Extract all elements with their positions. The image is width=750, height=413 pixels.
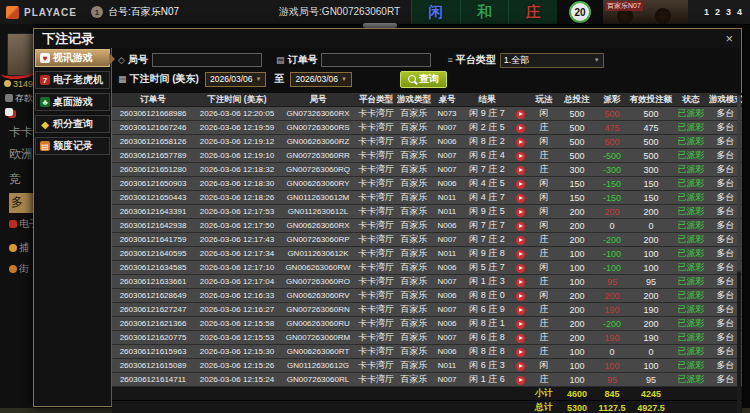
replay-cell: [512, 177, 529, 191]
result-cell: 闲 9 庄 5: [462, 205, 512, 219]
replay-button[interactable]: [516, 334, 525, 343]
lobby-nav-item[interactable]: 欧洲: [9, 146, 33, 163]
header-time: 下注时间 (美东): [194, 93, 280, 107]
valid-bet-cell: 0: [629, 219, 673, 233]
play-icon: [519, 322, 523, 326]
bet-time-cell: 2026-03-06 12:19:59: [194, 121, 280, 135]
video-table-label: 百家乐N07: [605, 1, 643, 11]
total-label: 总计: [529, 401, 559, 413]
total-bet-cell: 200: [559, 233, 595, 247]
lobby-nav-item[interactable]: 竞: [9, 171, 21, 188]
round-id-cell: GN006263060RV: [280, 289, 356, 303]
round-id-cell: GN007263060RO: [280, 275, 356, 289]
seat-selector: 1 2 3 4: [688, 0, 750, 24]
bet-zone-tie[interactable]: 和: [460, 0, 509, 24]
sidebar-item-quota-records[interactable]: ▤ 额度记录: [35, 137, 110, 155]
bet-zone-banker[interactable]: 庄: [508, 0, 557, 24]
sidebar-item-table-games[interactable]: ♣ 桌面游戏: [35, 93, 110, 111]
replay-button[interactable]: [516, 208, 525, 217]
header-platform: 平台类型: [356, 93, 396, 107]
seat-4[interactable]: 4: [737, 7, 742, 17]
replay-button[interactable]: [516, 348, 525, 357]
replay-button[interactable]: [516, 236, 525, 245]
seat-1[interactable]: 1: [704, 7, 709, 17]
replay-button[interactable]: [516, 250, 525, 259]
search-button[interactable]: 查询: [400, 71, 447, 88]
play-icon: [519, 238, 523, 242]
result-cell: 闲 1 庄 3: [462, 275, 512, 289]
sidebar-item-points[interactable]: ◆ 积分查询: [35, 115, 110, 133]
replay-button[interactable]: [516, 194, 525, 203]
order-number-cell: 260306121615089: [112, 359, 194, 373]
replay-button[interactable]: [516, 306, 525, 315]
order-number-cell: 260306121651280: [112, 163, 194, 177]
deposit-button[interactable]: 存款: [5, 92, 33, 105]
platform-cell: 卡卡湾厅: [356, 275, 396, 289]
header-game-type: 游戏类型: [396, 93, 432, 107]
sidebar-item-slots[interactable]: 7 电子老虎机: [35, 71, 110, 89]
total-bet-cell: 500: [559, 121, 595, 135]
platform-cell: 卡卡湾厅: [356, 219, 396, 233]
game-type-cell: 百家乐: [396, 177, 432, 191]
result-cell: 闲 8 庄 0: [462, 289, 512, 303]
order-number-cell: 260306121643391: [112, 205, 194, 219]
countdown-timer: 20: [569, 1, 591, 23]
replay-button[interactable]: [516, 222, 525, 231]
replay-button[interactable]: [516, 152, 525, 161]
balance-label: 3149: [4, 79, 33, 89]
total-bet: 5300: [559, 401, 595, 413]
date-to-select[interactable]: 2026/03/06 ▼: [290, 72, 352, 87]
order-number-input[interactable]: [321, 53, 431, 67]
order-number-cell: 260306121642938: [112, 219, 194, 233]
cards-shortcut[interactable]: [5, 107, 15, 117]
replay-button[interactable]: [516, 292, 525, 301]
status-cell: 已派彩: [673, 289, 709, 303]
replay-button[interactable]: [516, 362, 525, 371]
bet-time-calendar-icon: ▦: [118, 74, 127, 84]
order-number-cell: 260306121614711: [112, 373, 194, 387]
replay-button[interactable]: [516, 138, 525, 147]
play-icon: [519, 252, 523, 256]
table-no-cell: N006: [432, 135, 462, 149]
round-number-input[interactable]: [152, 53, 262, 67]
replay-button[interactable]: [516, 124, 525, 133]
lobby-nav-item[interactable]: 卡卡: [9, 124, 33, 141]
table-no-cell: N007: [432, 163, 462, 177]
header-table-no: 桌号: [432, 93, 462, 107]
sidebar-item-video-games[interactable]: ♥ 视讯游戏: [35, 49, 110, 67]
play-icon: [519, 364, 523, 368]
lobby-nav-item[interactable]: 电子: [9, 217, 34, 231]
platform-cell: 卡卡湾厅: [356, 345, 396, 359]
play-icon: [519, 154, 523, 158]
seat-2[interactable]: 2: [715, 7, 720, 17]
table-row: 260306121640595 2026-03-06 12:17:34 GN01…: [112, 247, 742, 261]
status-cell: 已派彩: [673, 149, 709, 163]
replay-button[interactable]: [516, 166, 525, 175]
valid-bet-cell: 475: [629, 121, 673, 135]
replay-button[interactable]: [516, 376, 525, 385]
bet-zone-player[interactable]: 闲: [411, 0, 460, 24]
seat-3[interactable]: 3: [726, 7, 731, 17]
replay-button[interactable]: [516, 264, 525, 273]
replay-button[interactable]: [516, 110, 525, 119]
close-icon[interactable]: ×: [725, 32, 733, 45]
table-row: 260306121642938 2026-03-06 12:17:50 GN00…: [112, 219, 742, 233]
date-from-select[interactable]: 2026/03/06 ▼: [205, 72, 267, 87]
platform-cell: 卡卡湾厅: [356, 205, 396, 219]
platform-type-select[interactable]: 1.全部 ▼: [500, 53, 604, 68]
subtotal-bet: 4600: [559, 387, 595, 401]
lobby-nav-item[interactable]: 街: [9, 262, 29, 276]
payout-cell: 190: [595, 303, 629, 317]
game-type-cell: 百家乐: [396, 317, 432, 331]
table-no-cell: N006: [432, 345, 462, 359]
total-bet-cell: 100: [559, 373, 595, 387]
replay-button[interactable]: [516, 320, 525, 329]
table-scrollbar[interactable]: [737, 93, 741, 413]
scrollbar-thumb[interactable]: [737, 95, 741, 272]
lobby-nav-item-selected[interactable]: 多: [9, 193, 34, 213]
payout-cell: -200: [595, 233, 629, 247]
replay-button[interactable]: [516, 180, 525, 189]
platform-cell: 卡卡湾厅: [356, 121, 396, 135]
lobby-nav-item[interactable]: 捕: [9, 241, 29, 255]
replay-button[interactable]: [516, 278, 525, 287]
